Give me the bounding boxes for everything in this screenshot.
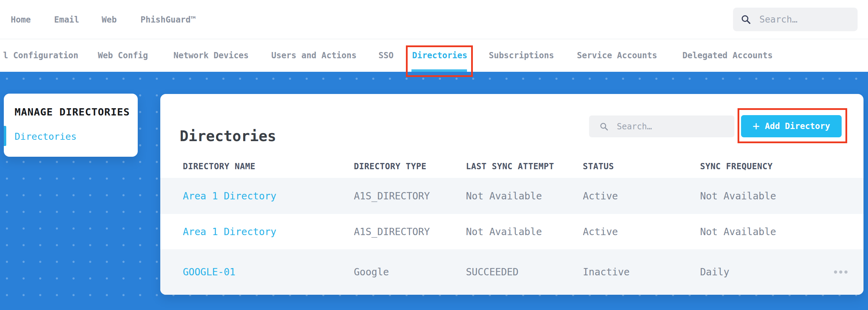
- table-row: Area 1 Directory A1S_DIRECTORY Not Avail…: [160, 178, 863, 214]
- sync-frequency-cell: Daily: [700, 266, 832, 278]
- nav-item-subscriptions[interactable]: Subscriptions: [489, 39, 554, 72]
- directories-table: DIRECTORY NAME DIRECTORY TYPE LAST SYNC …: [160, 155, 863, 295]
- search-icon: [599, 122, 609, 131]
- nav-item-phishguard[interactable]: PhishGuard™: [141, 0, 196, 39]
- screen: Home Email Web PhishGuard™ l Configurati…: [0, 0, 868, 310]
- table-header-row: DIRECTORY NAME DIRECTORY TYPE LAST SYNC …: [160, 155, 863, 178]
- nav-item-delegated-accounts[interactable]: Delegated Accounts: [682, 39, 773, 72]
- manage-directories-card: MANAGE DIRECTORIES Directories: [4, 94, 138, 157]
- directories-search-box[interactable]: [589, 115, 734, 137]
- nav-item-service-accounts[interactable]: Service Accounts: [577, 39, 657, 72]
- nav-item-home[interactable]: Home: [11, 0, 31, 39]
- secondary-navbar: l Configuration Web Config Network Devic…: [0, 39, 868, 72]
- status-cell: Active: [583, 226, 700, 238]
- add-directory-button[interactable]: + Add Directory: [741, 115, 842, 137]
- status-cell: Inactive: [583, 266, 700, 278]
- plus-icon: +: [752, 120, 759, 132]
- last-sync-cell: Not Available: [466, 226, 583, 238]
- column-header-directory-name: DIRECTORY NAME: [183, 162, 354, 171]
- column-header-status: STATUS: [583, 162, 700, 171]
- directory-name-link[interactable]: Area 1 Directory: [183, 190, 354, 202]
- global-search-box[interactable]: [733, 8, 858, 31]
- row-actions-ellipsis-icon[interactable]: [832, 268, 850, 276]
- last-sync-cell: SUCCEEDED: [466, 266, 583, 278]
- directory-type-cell: Google: [354, 266, 466, 278]
- sidebar-item-directories[interactable]: Directories: [15, 131, 131, 142]
- table-row: GOOGLE-01 Google SUCCEEDED Inactive Dail…: [160, 249, 863, 295]
- sidebar-active-indicator: [4, 126, 6, 146]
- table-row: Area 1 Directory A1S_DIRECTORY Not Avail…: [160, 214, 863, 249]
- nav-item-web[interactable]: Web: [102, 0, 117, 39]
- column-header-last-sync-attempt: LAST SYNC ATTEMPT: [466, 162, 583, 171]
- nav-item-directories-active[interactable]: Directories: [412, 39, 467, 72]
- sync-frequency-cell: Not Available: [700, 190, 832, 202]
- add-directory-label: Add Directory: [765, 121, 830, 131]
- global-search-input[interactable]: [759, 14, 851, 25]
- directory-type-cell: A1S_DIRECTORY: [354, 226, 466, 238]
- directory-name-link[interactable]: GOOGLE-01: [183, 266, 354, 278]
- directories-search-input[interactable]: [616, 121, 729, 132]
- primary-navbar: Home Email Web PhishGuard™: [0, 0, 868, 39]
- content-background: MANAGE DIRECTORIES Directories Directori…: [0, 72, 868, 310]
- column-header-sync-frequency: SYNC FREQUENCY: [700, 162, 832, 171]
- status-cell: Active: [583, 190, 700, 202]
- last-sync-cell: Not Available: [466, 190, 583, 202]
- nav-item-web-config[interactable]: Web Config: [98, 39, 148, 72]
- directory-name-link[interactable]: Area 1 Directory: [183, 226, 354, 238]
- nav-item-email-configuration[interactable]: l Configuration: [3, 39, 78, 72]
- sidebar-heading: MANAGE DIRECTORIES: [15, 106, 131, 118]
- page-title: Directories: [180, 128, 276, 145]
- directory-type-cell: A1S_DIRECTORY: [354, 190, 466, 202]
- nav-item-users-and-actions[interactable]: Users and Actions: [271, 39, 357, 72]
- active-tab-underline: [411, 69, 467, 72]
- nav-item-email[interactable]: Email: [54, 0, 79, 39]
- nav-item-network-devices[interactable]: Network Devices: [173, 39, 249, 72]
- column-header-directory-type: DIRECTORY TYPE: [354, 162, 466, 171]
- nav-item-sso[interactable]: SSO: [378, 39, 393, 72]
- sync-frequency-cell: Not Available: [700, 226, 832, 238]
- directories-panel: Directories + Add Directory DIRECTORY NA…: [160, 94, 863, 295]
- search-icon: [741, 14, 751, 25]
